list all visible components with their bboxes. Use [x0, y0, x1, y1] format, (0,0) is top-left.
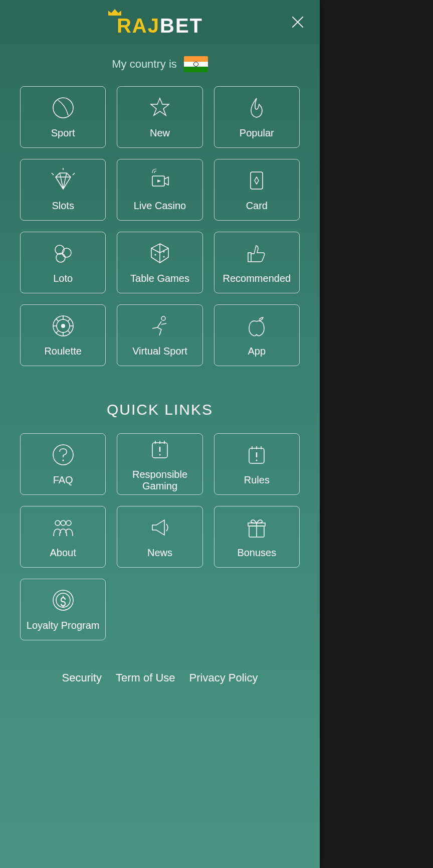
- quicklink-label: FAQ: [50, 474, 76, 486]
- category-tile-roulette[interactable]: Roulette: [20, 304, 106, 366]
- quicklink-tile-faq[interactable]: FAQ: [20, 433, 106, 495]
- quick-links-grid: FAQResponsible GamingRulesAboutNewsBonus…: [0, 433, 320, 640]
- logo-bet: BET: [160, 15, 203, 37]
- logo-raj: RAJ: [117, 15, 160, 37]
- footer-link-term-of-use[interactable]: Term of Use: [116, 671, 175, 684]
- category-label: Table Games: [127, 273, 192, 284]
- logo[interactable]: RAJBET: [117, 8, 203, 37]
- category-label: Card: [243, 200, 271, 212]
- live-camera-icon: [147, 168, 172, 193]
- category-label: Recommended: [220, 273, 294, 284]
- category-tile-app[interactable]: App: [214, 304, 300, 366]
- dice-icon: [147, 241, 172, 266]
- quicklink-tile-responsible-gaming[interactable]: Responsible Gaming: [117, 433, 202, 495]
- category-label: App: [245, 345, 269, 357]
- quicklink-tile-news[interactable]: News: [117, 506, 202, 568]
- category-label: Virtual Sport: [129, 345, 190, 357]
- question-icon: [51, 442, 76, 467]
- card-icon: [244, 168, 269, 193]
- category-label: Live Casino: [131, 200, 189, 212]
- close-button[interactable]: [290, 14, 306, 30]
- category-label: Roulette: [41, 345, 85, 357]
- quicklink-tile-bonuses[interactable]: Bonuses: [214, 506, 300, 568]
- gift-icon: [244, 515, 269, 540]
- category-tile-recommended[interactable]: Recommended: [214, 232, 300, 293]
- category-label: Sport: [48, 127, 78, 139]
- ball-icon: [51, 95, 76, 120]
- category-tile-virtual-sport[interactable]: Virtual Sport: [117, 304, 202, 366]
- footer-links: SecurityTerm of UsePrivacy Policy: [0, 671, 320, 684]
- category-tile-live-casino[interactable]: Live Casino: [117, 159, 202, 221]
- apple-icon: [244, 313, 269, 338]
- quicklink-tile-about[interactable]: About: [20, 506, 106, 568]
- calendar-alert-icon: [147, 437, 172, 462]
- category-tile-card[interactable]: Card: [214, 159, 300, 221]
- quicklink-label: Rules: [241, 474, 273, 486]
- roulette-icon: [51, 313, 76, 338]
- star-icon: [147, 95, 172, 120]
- close-icon: [290, 14, 306, 30]
- quicklink-label: About: [47, 547, 79, 559]
- category-label: Popular: [237, 127, 277, 139]
- megaphone-icon: [147, 515, 172, 540]
- footer-link-security[interactable]: Security: [62, 671, 102, 684]
- category-tile-sport[interactable]: Sport: [20, 86, 106, 148]
- loto-balls-icon: [51, 241, 76, 266]
- thumbs-up-icon: [244, 241, 269, 266]
- quicklink-label: Loyalty Program: [24, 620, 103, 631]
- category-label: Loto: [50, 273, 76, 284]
- people-icon: [51, 515, 76, 540]
- flame-icon: [244, 95, 269, 120]
- category-grid: SportNewPopularSlotsLive CasinoCardLotoT…: [0, 77, 320, 366]
- category-tile-new[interactable]: New: [117, 86, 202, 148]
- menu-panel: RAJBET My country is SportNewPopularSlot…: [0, 0, 320, 868]
- quicklink-label: News: [144, 547, 175, 559]
- quicklink-label: Bonuses: [234, 547, 279, 559]
- country-selector[interactable]: My country is: [0, 44, 320, 77]
- flag-india: [184, 56, 208, 72]
- category-label: Slots: [49, 200, 77, 212]
- coin-icon: [51, 588, 76, 613]
- category-tile-table-games[interactable]: Table Games: [117, 232, 202, 293]
- footer-link-privacy-policy[interactable]: Privacy Policy: [189, 671, 258, 684]
- country-label: My country is: [112, 58, 177, 71]
- runner-icon: [147, 313, 172, 338]
- category-tile-slots[interactable]: Slots: [20, 159, 106, 221]
- calendar-alert-icon: [244, 442, 269, 467]
- quicklink-label: Responsible Gaming: [117, 469, 202, 492]
- quicklink-tile-rules[interactable]: Rules: [214, 433, 300, 495]
- category-tile-loto[interactable]: Loto: [20, 232, 106, 293]
- header: RAJBET: [0, 0, 320, 44]
- quick-links-title: QUICK LINKS: [0, 401, 320, 418]
- category-tile-popular[interactable]: Popular: [214, 86, 300, 148]
- category-label: New: [147, 127, 173, 139]
- diamond-icon: [51, 168, 76, 193]
- quicklink-tile-loyalty-program[interactable]: Loyalty Program: [20, 579, 106, 640]
